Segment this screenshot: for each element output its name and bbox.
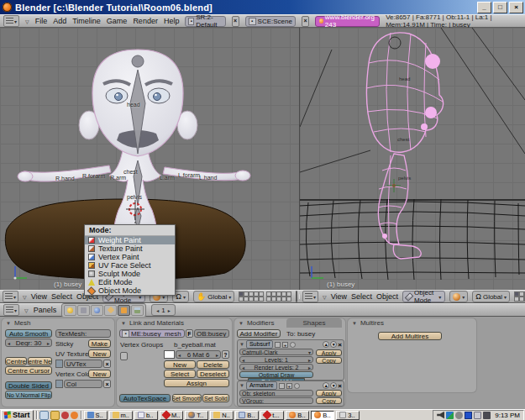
- mode-item-sculpt-mode[interactable]: Sculpt Mode: [85, 270, 175, 278]
- vgroup-field[interactable]: VGroup:: [239, 397, 313, 404]
- editor-type-button[interactable]: ▾: [3, 304, 19, 316]
- scene-close-button[interactable]: ×: [302, 16, 309, 27]
- menu-render[interactable]: Render: [133, 17, 158, 25]
- quicklaunch-icon-2[interactable]: [50, 411, 60, 420]
- mode-item-object-mode[interactable]: Object Mode: [85, 286, 175, 295]
- start-button[interactable]: Start: [1, 410, 34, 420]
- texmesh-field[interactable]: TexMesh:: [55, 329, 111, 338]
- uvtex-delete-button[interactable]: ×: [103, 360, 111, 368]
- realtime-toggle-icon[interactable]: +: [282, 342, 288, 348]
- copy-button[interactable]: Copy: [316, 357, 342, 364]
- maximize-button[interactable]: □: [493, 2, 507, 13]
- delete-modifier-icon[interactable]: ×: [338, 341, 342, 349]
- sticky-make-button[interactable]: Make: [88, 339, 111, 348]
- menu-game[interactable]: Game: [107, 17, 128, 25]
- menu-timeline[interactable]: Timeline: [72, 17, 101, 25]
- volume-icon[interactable]: [437, 412, 444, 419]
- browse-icon[interactable]: ▪: [122, 330, 129, 338]
- render-toggle-icon[interactable]: [275, 342, 281, 348]
- printer-icon[interactable]: [474, 412, 481, 419]
- new-button[interactable]: New: [164, 360, 196, 369]
- modifier-name[interactable]: Armature: [246, 381, 277, 390]
- logic-context-button[interactable]: [64, 305, 76, 316]
- quicklaunch-icon-3[interactable]: [61, 412, 69, 419]
- mesh-name-field[interactable]: ▪ME:busey_mesh: [119, 329, 185, 338]
- collapse-icon[interactable]: ▼: [121, 321, 126, 326]
- auto-smooth-button[interactable]: Auto Smooth: [5, 329, 52, 338]
- collapse-icon[interactable]: ▼: [239, 342, 244, 347]
- centre-cursor-button[interactable]: Centre Cursor: [5, 366, 52, 375]
- taskbar-task-10[interactable]: B..: [311, 411, 334, 420]
- header-collapse-icon[interactable]: ▽: [24, 307, 29, 313]
- no-vnormal-flip-button[interactable]: No V.Normal Flip: [5, 391, 52, 399]
- uvtex-active-icon[interactable]: [55, 360, 63, 368]
- editmode-toggle-icon[interactable]: [290, 342, 296, 348]
- move-up-icon[interactable]: ▲: [323, 341, 329, 348]
- editmode-toggle-icon[interactable]: [294, 383, 300, 389]
- move-down-icon[interactable]: ▼: [330, 382, 337, 389]
- col-active-icon[interactable]: [55, 380, 63, 388]
- subsurf-type-dropdown[interactable]: Catmull-Clark▾: [239, 349, 313, 355]
- mode-item-texture-paint[interactable]: Texture Paint: [85, 244, 175, 253]
- deselect-button[interactable]: Deselect: [197, 370, 229, 378]
- menu-view[interactable]: View: [31, 292, 47, 301]
- menu-help[interactable]: Help: [164, 17, 180, 25]
- uv-texture-new-button[interactable]: New: [88, 349, 111, 358]
- layer-buttons[interactable]: [239, 291, 291, 302]
- menu-select[interactable]: Select: [51, 292, 72, 301]
- shading-context-button[interactable]: [91, 305, 103, 316]
- fake-user-button[interactable]: F: [186, 329, 193, 338]
- draw-mode-dropdown[interactable]: ▾: [449, 291, 468, 302]
- browse-icon[interactable]: ▪: [188, 18, 194, 25]
- mode-item-weight-paint[interactable]: Weight Paint: [85, 236, 175, 244]
- scene-context-button[interactable]: [131, 305, 144, 316]
- gear-icon[interactable]: [455, 412, 463, 419]
- levels-slider[interactable]: ◂Levels: 1▸: [239, 356, 313, 363]
- collapse-icon[interactable]: ▼: [239, 321, 244, 326]
- degr-slider[interactable]: ◂Degr: 30▸: [5, 339, 52, 347]
- collapse-icon[interactable]: ▼: [239, 383, 244, 388]
- render-toggle-icon[interactable]: [279, 383, 285, 389]
- move-up-icon[interactable]: ▲: [323, 382, 329, 389]
- add-modifier-button[interactable]: Add Modifier: [237, 329, 281, 338]
- taskbar-task-1[interactable]: S..: [84, 411, 108, 420]
- transform-orientation-dropdown[interactable]: ✋Global▾: [193, 291, 234, 302]
- taskbar-task-4[interactable]: M..: [160, 411, 183, 420]
- menu-object[interactable]: Object: [376, 292, 398, 301]
- render-levels-slider[interactable]: ◂Render Levels: 2▸: [239, 364, 313, 370]
- taskbar-task-9[interactable]: B..: [286, 411, 309, 420]
- close-button[interactable]: ×: [509, 2, 523, 13]
- copy-button[interactable]: Copy: [316, 397, 342, 404]
- armature-object-field[interactable]: Ob: skeleton: [239, 390, 313, 396]
- delete-modifier-icon[interactable]: ×: [338, 382, 342, 390]
- object-context-button[interactable]: [104, 305, 117, 316]
- collapse-icon[interactable]: ▼: [352, 321, 357, 326]
- object-name-field[interactable]: OB:busey: [194, 329, 229, 338]
- transform-orientation-dropdown[interactable]: ΩGlobal▾: [472, 291, 510, 302]
- quicklaunch-icon-1[interactable]: [39, 411, 49, 420]
- apply-button[interactable]: Apply: [316, 349, 342, 356]
- frame-next-icon[interactable]: ▸: [168, 307, 171, 313]
- centre-button[interactable]: Centre: [5, 357, 27, 365]
- mode-item-vertex-paint[interactable]: Vertex Paint: [85, 253, 175, 261]
- taskbar-task-3[interactable]: b..: [134, 411, 158, 420]
- select-button[interactable]: Select: [164, 370, 196, 378]
- realtime-toggle-icon[interactable]: +: [286, 383, 292, 389]
- header-collapse-icon[interactable]: ▽: [25, 18, 29, 24]
- modifier-name[interactable]: Subsurf: [246, 340, 273, 349]
- material-counter[interactable]: ◂6 Mat 6▸: [176, 350, 221, 359]
- menu-view[interactable]: View: [331, 292, 347, 301]
- assign-button[interactable]: Assign: [164, 379, 229, 387]
- set-smooth-button[interactable]: Set Smooth: [172, 394, 202, 402]
- shapes-tab[interactable]: Shapes: [286, 318, 342, 328]
- title-bar[interactable]: Blender [c:\Blender Tutorial\Room06.blen…: [0, 0, 525, 14]
- network-icon[interactable]: [446, 412, 454, 419]
- header-collapse-icon[interactable]: ▽: [323, 294, 327, 300]
- panels-menu[interactable]: Panels: [34, 306, 57, 314]
- blender-org-button[interactable]: www.blender.org 243: [315, 16, 380, 27]
- optimal-draw-button[interactable]: Optimal Draw: [239, 371, 313, 378]
- taskbar-task-7[interactable]: B..: [235, 411, 259, 420]
- viewport-side[interactable]: head chest pelvis (1) busey: [300, 28, 525, 290]
- editor-type-button[interactable]: ▾: [302, 291, 318, 302]
- menu-add[interactable]: Add: [53, 17, 66, 25]
